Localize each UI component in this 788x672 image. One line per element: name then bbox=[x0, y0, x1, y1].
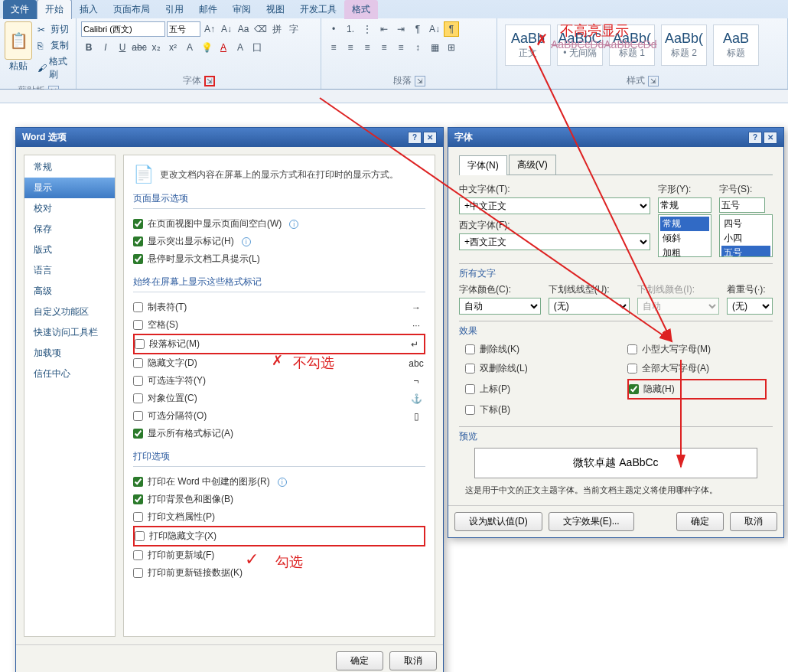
checkbox-input[interactable] bbox=[133, 254, 143, 264]
distribute-icon[interactable]: ≡ bbox=[393, 40, 409, 55]
brush-button[interactable]: 🖌格式刷 bbox=[35, 54, 71, 83]
help-icon[interactable]: ? bbox=[408, 132, 422, 144]
checkbox-显示所有格式标记(A)[interactable]: 显示所有格式标记(A) bbox=[133, 425, 425, 442]
checkbox-可选分隔符(O)[interactable]: 可选分隔符(O)▯ bbox=[133, 407, 425, 425]
nav-item[interactable]: 常规 bbox=[24, 157, 115, 178]
superscript-icon[interactable]: x² bbox=[165, 40, 181, 55]
tab-font-basic[interactable]: 字体(N) bbox=[459, 155, 507, 175]
checkbox-input[interactable] bbox=[133, 429, 143, 439]
size-list[interactable]: 四号小四五号 bbox=[719, 214, 773, 257]
nav-item[interactable]: 自定义功能区 bbox=[24, 302, 115, 322]
fx-checkbox[interactable]: 小型大写字母(M) bbox=[627, 341, 767, 358]
styles-launcher[interactable]: ⇲ bbox=[648, 76, 659, 86]
fx-checkbox[interactable]: 删除线(K) bbox=[465, 341, 604, 358]
copy-button[interactable]: ⎘复制 bbox=[35, 38, 71, 54]
checkbox-打印背景色和图像(B)[interactable]: 打印背景色和图像(B) bbox=[133, 491, 425, 508]
align-center-icon[interactable]: ≡ bbox=[343, 40, 358, 55]
nav-item[interactable]: 高级 bbox=[24, 281, 115, 302]
style-card[interactable]: AaBb正文 bbox=[505, 24, 551, 66]
nav-item[interactable]: 快速访问工具栏 bbox=[24, 322, 115, 343]
tab-ref[interactable]: 引用 bbox=[158, 0, 191, 19]
checkbox-input[interactable] bbox=[133, 358, 143, 368]
fx-checkbox[interactable]: 全部大写字母(A) bbox=[627, 360, 767, 377]
fontcolor-icon[interactable]: A bbox=[216, 40, 231, 55]
fontcolor-select[interactable]: 自动 bbox=[459, 298, 541, 315]
tab-dev[interactable]: 开发工具 bbox=[292, 0, 344, 19]
nav-item[interactable]: 语言 bbox=[24, 260, 115, 281]
text-effects-button[interactable]: 文字效果(E)... bbox=[549, 512, 634, 531]
clear-format-icon[interactable]: ⌫ bbox=[252, 21, 268, 37]
dec-indent-icon[interactable]: ⇤ bbox=[376, 21, 392, 37]
align-right-icon[interactable]: ≡ bbox=[360, 40, 375, 55]
checkbox-input[interactable] bbox=[133, 494, 143, 504]
styles-gallery[interactable]: AaBbCcDdAaBbCcDd AaBb正文AaBbC• 无间隔AaBb(标题… bbox=[502, 21, 783, 69]
tab-file[interactable]: 文件 bbox=[3, 0, 37, 19]
para-launcher[interactable]: ⇲ bbox=[415, 76, 425, 86]
checkbox-input[interactable] bbox=[133, 512, 143, 522]
checkbox-input[interactable] bbox=[133, 477, 143, 487]
tab-home[interactable]: 开始 bbox=[37, 0, 72, 19]
checkbox-对象位置(C)[interactable]: 对象位置(C)⚓ bbox=[133, 390, 425, 407]
checkbox-空格(S)[interactable]: 空格(S)··· bbox=[133, 316, 425, 334]
options-cancel-button[interactable]: 取消 bbox=[389, 651, 437, 670]
underline-icon[interactable]: U bbox=[115, 40, 130, 55]
charborder-icon[interactable]: 囗 bbox=[249, 40, 265, 55]
size-option[interactable]: 五号 bbox=[721, 246, 770, 257]
help-icon[interactable]: ? bbox=[748, 132, 762, 144]
style-card[interactable]: AaBb(标题 2 bbox=[661, 24, 707, 66]
paste-button[interactable]: 📋 bbox=[5, 21, 32, 60]
fx-checkbox[interactable]: 上标(P) bbox=[465, 379, 604, 400]
checkbox-input[interactable] bbox=[133, 568, 143, 578]
checkbox-显示突出显示标记(H)[interactable]: 显示突出显示标记(H)i bbox=[133, 233, 425, 250]
nav-item[interactable]: 显示 bbox=[24, 178, 115, 198]
font-name-select[interactable] bbox=[81, 21, 165, 37]
checkbox-段落标记(M)[interactable]: 段落标记(M)↵ bbox=[133, 334, 425, 354]
align-left-icon[interactable]: ≡ bbox=[326, 40, 341, 55]
info-icon[interactable]: i bbox=[242, 237, 251, 246]
checkbox-制表符(T)[interactable]: 制表符(T)→ bbox=[133, 298, 425, 316]
line-spacing-icon[interactable]: ↕ bbox=[410, 40, 425, 55]
style-card[interactable]: AaB标题 bbox=[713, 24, 759, 66]
tab-font-advanced[interactable]: 高级(V) bbox=[509, 155, 556, 175]
justify-icon[interactable]: ≡ bbox=[376, 40, 392, 55]
size-option[interactable]: 四号 bbox=[721, 217, 770, 231]
style-input[interactable] bbox=[658, 197, 711, 213]
tab-mail[interactable]: 邮件 bbox=[191, 0, 225, 19]
checkbox-input[interactable] bbox=[133, 237, 143, 246]
texteffect-icon[interactable]: A bbox=[182, 40, 197, 55]
fx-checkbox[interactable]: 双删除线(L) bbox=[465, 360, 604, 377]
shading-icon[interactable]: ▦ bbox=[427, 40, 442, 55]
subscript-icon[interactable]: x₂ bbox=[148, 40, 164, 55]
tab-layout[interactable]: 页面布局 bbox=[106, 0, 158, 19]
close-icon[interactable]: ✕ bbox=[423, 132, 437, 144]
strike-icon[interactable]: abc bbox=[132, 40, 147, 55]
nav-item[interactable]: 加载项 bbox=[24, 343, 115, 364]
checkbox-input[interactable] bbox=[133, 219, 143, 229]
style-list[interactable]: 常规倾斜加粗 bbox=[658, 214, 711, 257]
checkbox-可选连字符(Y)[interactable]: 可选连字符(Y)¬ bbox=[133, 372, 425, 390]
tab-review[interactable]: 审阅 bbox=[225, 0, 259, 19]
size-option[interactable]: 小四 bbox=[721, 231, 770, 246]
options-ok-button[interactable]: 确定 bbox=[336, 651, 383, 670]
checkbox-悬停时显示文档工具提示(L)[interactable]: 悬停时显示文档工具提示(L) bbox=[133, 250, 425, 268]
checkbox-隐藏文字(D)[interactable]: 隐藏文字(D)abc bbox=[133, 354, 425, 372]
italic-icon[interactable]: I bbox=[98, 40, 113, 55]
info-icon[interactable]: i bbox=[278, 478, 287, 487]
word-options-titlebar[interactable]: Word 选项 ?✕ bbox=[16, 128, 443, 147]
cnfont-select[interactable]: +中文正文 bbox=[459, 197, 650, 214]
multilevel-icon[interactable]: ⋮ bbox=[360, 21, 375, 37]
nav-item[interactable]: 信任中心 bbox=[24, 364, 115, 384]
font-size-select[interactable] bbox=[167, 21, 200, 37]
shrink-font-icon[interactable]: A↓ bbox=[219, 21, 234, 37]
phonetic-icon[interactable]: 拼 bbox=[269, 21, 285, 37]
set-default-button[interactable]: 设为默认值(D) bbox=[454, 512, 542, 531]
inc-indent-icon[interactable]: ⇥ bbox=[393, 21, 409, 37]
enclose-icon[interactable]: 字 bbox=[286, 21, 301, 37]
fx-checkbox[interactable]: 下标(B) bbox=[465, 401, 604, 419]
nav-item[interactable]: 版式 bbox=[24, 240, 115, 260]
highlight-icon[interactable]: 💡 bbox=[199, 40, 214, 55]
nav-item[interactable]: 校对 bbox=[24, 198, 115, 219]
show-marks-icon[interactable]: ¶ bbox=[444, 21, 459, 37]
checkbox-打印前更新域(F)[interactable]: 打印前更新域(F) bbox=[133, 546, 425, 564]
checkbox-input[interactable] bbox=[133, 320, 143, 330]
